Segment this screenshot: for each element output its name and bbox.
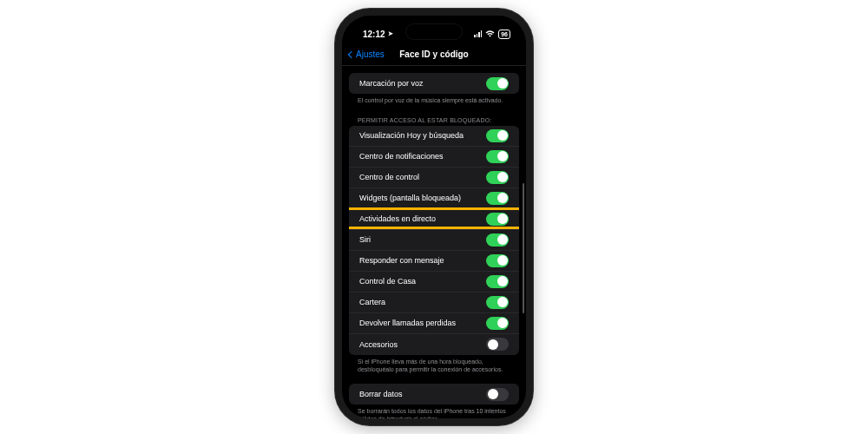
dynamic-island <box>405 23 463 40</box>
erase-data-toggle[interactable] <box>486 388 509 401</box>
row-toggle[interactable] <box>486 150 509 163</box>
page-title: Face ID y código <box>399 49 468 59</box>
locked-row[interactable]: Devolver llamadas perdidas <box>349 313 519 334</box>
row-label: Control de Casa <box>359 277 421 286</box>
status-time: 12:12 <box>363 30 385 39</box>
row-label: Borrar datos <box>359 390 408 398</box>
row-label: Marcación por voz <box>359 79 429 88</box>
locked-row[interactable]: Siri <box>349 230 519 251</box>
row-label: Visualización Hoy y búsqueda <box>359 131 469 140</box>
row-toggle[interactable] <box>486 275 509 288</box>
row-label: Siri <box>359 235 376 244</box>
scroll-indicator[interactable] <box>523 183 524 313</box>
voice-dial-footer: El control por voz de la música siempre … <box>342 94 526 105</box>
row-label: Responder con mensaje <box>359 256 450 265</box>
wifi-icon <box>485 30 495 39</box>
signal-icon <box>474 30 482 37</box>
locked-access-group: Visualización Hoy y búsquedaCentro de no… <box>349 126 519 355</box>
locked-row[interactable]: Visualización Hoy y búsqueda <box>349 126 519 147</box>
voice-dial-group: Marcación por voz <box>349 73 519 94</box>
row-label: Devolver llamadas perdidas <box>359 319 461 327</box>
row-label: Centro de control <box>359 173 424 181</box>
row-toggle[interactable] <box>486 338 509 351</box>
location-icon: ➤ <box>388 30 393 37</box>
row-label: Widgets (pantalla bloqueada) <box>359 194 466 202</box>
erase-data-row[interactable]: Borrar datos <box>349 384 519 404</box>
locked-row[interactable]: Responder con mensaje <box>349 251 519 272</box>
row-toggle[interactable] <box>486 317 509 330</box>
nav-bar: Ajustes Face ID y código <box>342 43 526 66</box>
back-button[interactable]: Ajustes <box>349 49 385 59</box>
chevron-left-icon <box>348 50 355 57</box>
phone-frame: 12:12 ➤ 96 Ajustes Face ID y código <box>335 9 533 425</box>
row-toggle[interactable] <box>486 192 509 205</box>
row-toggle[interactable] <box>486 171 509 184</box>
locked-access-header: PERMITIR ACCESO AL ESTAR BLOQUEADO: <box>342 115 526 126</box>
locked-row[interactable]: Widgets (pantalla bloqueada) <box>349 188 519 209</box>
erase-data-footer: Se borrarán todos los datos del iPhone t… <box>342 404 526 418</box>
row-label: Accesorios <box>359 340 403 349</box>
row-toggle[interactable] <box>486 213 509 226</box>
voice-dial-row[interactable]: Marcación por voz <box>349 73 519 94</box>
locked-row[interactable]: Control de Casa <box>349 272 519 293</box>
row-toggle[interactable] <box>486 254 509 267</box>
locked-access-footer: Si el iPhone lleva más de una hora bloqu… <box>342 355 526 374</box>
row-label: Centro de notificaciones <box>359 152 449 161</box>
erase-data-group: Borrar datos <box>349 384 519 404</box>
locked-row[interactable]: Actividades en directo <box>349 209 519 230</box>
locked-row[interactable]: Centro de control <box>349 168 519 188</box>
battery-icon: 96 <box>498 30 510 39</box>
row-label: Actividades en directo <box>359 214 441 223</box>
row-toggle[interactable] <box>486 129 509 142</box>
phone-screen: 12:12 ➤ 96 Ajustes Face ID y código <box>342 16 526 418</box>
voice-dial-toggle[interactable] <box>486 77 509 90</box>
locked-row[interactable]: Accesorios <box>349 334 519 355</box>
row-toggle[interactable] <box>486 296 509 309</box>
locked-row[interactable]: Centro de notificaciones <box>349 147 519 168</box>
locked-row[interactable]: Cartera <box>349 293 519 313</box>
row-toggle[interactable] <box>486 233 509 247</box>
settings-content: Marcación por voz El control por voz de … <box>342 66 526 418</box>
back-label: Ajustes <box>356 49 385 59</box>
row-label: Cartera <box>359 298 391 306</box>
